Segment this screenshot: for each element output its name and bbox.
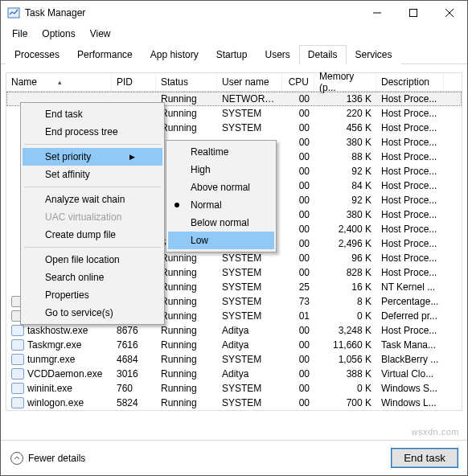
minimize-button[interactable] [359,1,395,25]
priority-below-normal[interactable]: Below normal [168,214,274,232]
ctx-go-to-service-s-[interactable]: Go to service(s) [23,304,162,322]
task-manager-window: Task Manager FileOptionsView ProcessesPe… [0,0,468,476]
table-row[interactable]: VCDDaemon.exe3016RunningAditya00388 KVir… [6,367,462,381]
table-row[interactable]: winlogon.exe5824RunningSYSTEM00700 KWind… [6,396,462,410]
fewer-details-button[interactable]: Fewer details [10,452,85,465]
table-row[interactable]: wininit.exe760RunningSYSTEM000 KWindows … [6,381,462,396]
col-user[interactable]: User name [217,73,282,91]
ctx-properties[interactable]: Properties [23,286,162,304]
priority-above-normal[interactable]: Above normal [168,178,274,196]
menu-options[interactable]: Options [35,27,83,41]
ctx-end-task[interactable]: End task [23,105,162,123]
ctx-analyze-wait-chain[interactable]: Analyze wait chain [23,191,162,208]
process-icon [11,368,24,380]
tab-users[interactable]: Users [256,45,298,64]
ctx-search-online[interactable]: Search online [23,269,162,286]
tab-processes[interactable]: Processes [6,45,68,64]
col-name[interactable]: Name▴ [6,73,112,91]
chevron-up-icon [10,452,23,465]
table-row[interactable]: Taskmgr.exe7616RunningAditya0011,660 KTa… [6,338,462,352]
tab-details[interactable]: Details [299,45,347,64]
watermark: wsxdn.com [411,427,459,437]
tabs: ProcessesPerformanceApp historyStartupUs… [1,44,467,64]
process-icon [11,339,24,351]
process-icon [11,397,24,408]
ctx-end-process-tree[interactable]: End process tree [23,123,162,141]
process-icon [11,383,24,394]
priority-normal[interactable]: Normal [168,196,274,214]
menubar: FileOptionsView [1,25,467,44]
submenu-arrow-icon: ▶ [105,153,135,161]
col-pid[interactable]: PID [112,73,156,91]
close-button[interactable] [431,1,467,25]
process-icon [11,325,24,336]
column-headers[interactable]: Name▴ PID Status User name CPU Memory (p… [6,72,462,92]
menu-file[interactable]: File [6,27,35,41]
priority-realtime[interactable]: Realtime [168,143,274,161]
col-mem[interactable]: Memory (p... [314,73,376,91]
ctx-set-priority[interactable]: Set priority▶ [23,148,162,166]
ctx-create-dump-file[interactable]: Create dump file [23,226,162,244]
tab-startup[interactable]: Startup [207,45,257,64]
fewer-details-label: Fewer details [28,453,85,464]
ctx-uac-virtualization: UAC virtualization [23,208,162,226]
col-cpu[interactable]: CPU [282,73,314,91]
app-icon [7,6,20,19]
col-status[interactable]: Status [156,73,217,91]
end-task-button[interactable]: End task [392,449,458,467]
table-row[interactable]: taskhostw.exe8676RunningAditya003,248 KH… [6,323,462,338]
priority-high[interactable]: High [168,161,274,178]
menu-view[interactable]: View [84,27,119,41]
process-icon [11,354,24,365]
radio-checked-icon [174,203,179,207]
tab-services[interactable]: Services [347,45,401,64]
svg-rect-2 [409,10,417,17]
context-menu[interactable]: End taskEnd process treeSet priority▶Set… [20,102,165,325]
tab-performance[interactable]: Performance [68,45,142,64]
ctx-open-file-location[interactable]: Open file location [23,251,162,269]
ctx-set-affinity[interactable]: Set affinity [23,166,162,183]
priority-low[interactable]: Low [168,232,274,249]
priority-submenu[interactable]: RealtimeHighAbove normalNormalBelow norm… [166,140,277,252]
window-title: Task Manager [25,7,359,18]
col-desc[interactable]: Description [376,73,444,91]
tab-app-history[interactable]: App history [142,45,207,64]
maximize-button[interactable] [395,1,431,25]
table-row[interactable]: tunmgr.exe4684RunningSYSTEM001,056 KBlac… [6,352,462,367]
sort-asc-icon: ▴ [58,78,62,86]
footer: Fewer details End task [1,440,467,475]
titlebar[interactable]: Task Manager [1,1,467,25]
